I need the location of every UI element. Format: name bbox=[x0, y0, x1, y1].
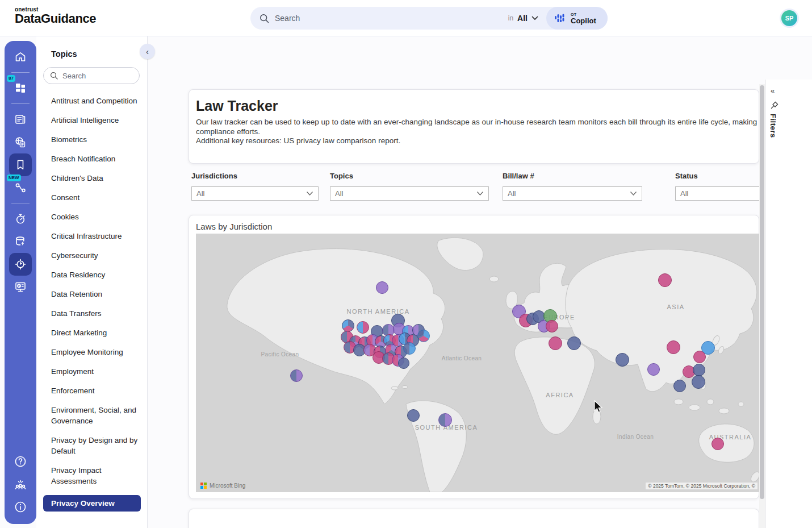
nav-help-icon[interactable] bbox=[9, 450, 32, 473]
map-data-point[interactable] bbox=[693, 351, 706, 363]
topic-item-cookies[interactable]: Cookies bbox=[43, 211, 141, 222]
topic-item-privacy-by-design-and-by-default[interactable]: Privacy by Design and by Default bbox=[43, 435, 141, 456]
topics-panel-title: Topics bbox=[51, 49, 77, 59]
slicer-value: All bbox=[508, 189, 516, 198]
search-scope-dropdown[interactable]: in All bbox=[508, 14, 538, 23]
map-data-point[interactable] bbox=[407, 409, 420, 422]
rail-bottom-group bbox=[5, 450, 36, 518]
slicer-label: Bill/law # bbox=[503, 172, 642, 180]
topic-item-enforcement[interactable]: Enforcement bbox=[43, 385, 141, 396]
collapse-panel-button[interactable]: ‹ bbox=[140, 44, 155, 59]
map-data-point[interactable] bbox=[376, 281, 388, 294]
chevron-left-icon: ‹ bbox=[146, 47, 149, 56]
topic-item-data-residency[interactable]: Data Residency bbox=[43, 269, 141, 280]
slicer-dropdown[interactable]: All bbox=[330, 186, 489, 201]
topic-item-direct-marketing[interactable]: Direct Marketing bbox=[43, 327, 141, 338]
map-data-point[interactable] bbox=[673, 380, 686, 392]
chevron-down-icon bbox=[476, 191, 484, 196]
map-data-point[interactable] bbox=[290, 369, 303, 382]
slicer-value: All bbox=[196, 189, 204, 198]
map-data-point[interactable] bbox=[438, 413, 452, 427]
slicer-label: Topics bbox=[330, 172, 489, 180]
topic-item-biometrics[interactable]: Biometrics bbox=[43, 134, 141, 145]
topic-item-cybersecurity[interactable]: Cybersecurity bbox=[43, 250, 141, 261]
slicer-dropdown[interactable]: All bbox=[675, 186, 759, 201]
map-data-point[interactable] bbox=[342, 319, 354, 332]
topic-item-antitrust-and-competition[interactable]: Antitrust and Competition bbox=[43, 95, 141, 106]
law-tracker-description-line2: compliance efforts. bbox=[196, 127, 759, 137]
chevron-down-icon bbox=[630, 191, 637, 196]
global-search-bar[interactable]: in All OT bbox=[250, 7, 608, 30]
brand-logo[interactable]: onetrust DataGuidance bbox=[15, 6, 96, 26]
chevron-down-icon bbox=[306, 191, 313, 196]
map-data-point[interactable] bbox=[692, 375, 705, 389]
topic-item-children-s-data[interactable]: Children's Data bbox=[43, 173, 141, 184]
topic-item-employee-monitoring[interactable]: Employee Monitoring bbox=[43, 347, 141, 357]
expand-filters-icon[interactable]: « bbox=[771, 86, 775, 95]
map-data-point[interactable] bbox=[711, 438, 724, 450]
nav-monitor-report-icon[interactable] bbox=[9, 276, 32, 298]
nav-route-icon[interactable]: NEW bbox=[9, 176, 32, 199]
map-data-point[interactable] bbox=[357, 321, 369, 334]
map-data-point[interactable] bbox=[417, 330, 430, 342]
nav-news-icon[interactable] bbox=[9, 108, 32, 131]
topic-item-privacy-overview[interactable]: Privacy Overview bbox=[43, 495, 141, 512]
filters-pane: « Filters bbox=[765, 80, 812, 528]
copilot-button[interactable]: OT Copilot bbox=[546, 7, 608, 30]
nav-bookmark-icon[interactable] bbox=[9, 153, 32, 176]
topic-item-data-retention[interactable]: Data Retention bbox=[43, 289, 141, 300]
copilot-label: Copilot bbox=[571, 17, 596, 24]
user-avatar[interactable]: SP bbox=[781, 10, 797, 26]
nav-globe-doc-icon[interactable] bbox=[9, 131, 32, 153]
topic-item-data-transfers[interactable]: Data Transfers bbox=[43, 308, 141, 319]
topic-item-breach-notification[interactable]: Breach Notification bbox=[43, 153, 141, 164]
search-input[interactable] bbox=[275, 14, 508, 23]
law-tracker-description-line3: Additional key resources: US privacy law… bbox=[196, 136, 759, 146]
rail-divider bbox=[11, 203, 30, 203]
topic-item-employment[interactable]: Employment bbox=[43, 366, 141, 377]
map-data-point[interactable] bbox=[667, 340, 680, 354]
slicer-jurisdictions: JurisdictionsAll bbox=[191, 172, 319, 201]
nav-info-icon[interactable] bbox=[9, 496, 32, 518]
scrollbar-thumb[interactable] bbox=[760, 85, 764, 499]
topics-list: Antitrust and CompetitionArtificial Inte… bbox=[43, 95, 141, 520]
copilot-ot-label: OT bbox=[571, 13, 596, 16]
topic-item-environment-social-and-governance[interactable]: Environment, Social, and Governance bbox=[43, 405, 141, 426]
topic-item-critical-infrastructure[interactable]: Critical Infrastructure bbox=[43, 231, 141, 242]
slicer-value: All bbox=[680, 189, 688, 198]
brand-logo-main: DataGuidance bbox=[15, 11, 96, 26]
map-data-point[interactable] bbox=[403, 342, 416, 355]
world-map[interactable]: Microsoft Bing © 2025 TomTom, © 2025 Mic… bbox=[196, 234, 760, 492]
pin-icon[interactable] bbox=[771, 101, 778, 109]
map-data-point[interactable] bbox=[658, 273, 672, 287]
world-map-base bbox=[196, 234, 760, 492]
slicer-label: Status bbox=[675, 172, 759, 180]
map-data-point[interactable] bbox=[398, 357, 409, 369]
topic-item-privacy-impact-assessments[interactable]: Privacy Impact Assessments bbox=[43, 465, 141, 487]
map-data-point[interactable] bbox=[549, 336, 562, 350]
map-data-point[interactable] bbox=[567, 336, 581, 350]
map-data-point[interactable] bbox=[616, 353, 629, 367]
topics-search[interactable] bbox=[43, 67, 140, 84]
nav-home-icon[interactable] bbox=[9, 45, 32, 68]
slicer-dropdown[interactable]: All bbox=[191, 186, 319, 201]
nav-stopwatch-icon[interactable] bbox=[9, 207, 32, 230]
rail-divider bbox=[11, 103, 30, 104]
map-data-point[interactable] bbox=[693, 364, 705, 376]
filters-pane-title[interactable]: Filters bbox=[769, 114, 777, 138]
nav-target-clock-icon[interactable] bbox=[9, 253, 32, 276]
slicer-label: Jurisdictions bbox=[191, 172, 319, 180]
vertical-scrollbar[interactable] bbox=[759, 84, 765, 528]
nav-community-icon[interactable] bbox=[9, 473, 32, 496]
slicer-status: StatusAll bbox=[675, 172, 759, 201]
nav-database-icon[interactable] bbox=[9, 230, 32, 253]
topic-item-consent[interactable]: Consent bbox=[43, 192, 141, 203]
map-attribution-copyright[interactable]: © 2025 TomTom, © 2025 Microsoft Corporat… bbox=[646, 483, 757, 489]
map-data-point[interactable] bbox=[647, 363, 660, 376]
topics-search-input[interactable] bbox=[62, 72, 131, 80]
topic-item-artificial-intelligence[interactable]: Artificial Intelligence bbox=[43, 115, 141, 126]
nav-dashboard-icon[interactable]: 87 bbox=[9, 77, 32, 99]
search-scope-in-label: in bbox=[508, 14, 513, 22]
slicer-dropdown[interactable]: All bbox=[503, 186, 642, 201]
map-data-point[interactable] bbox=[546, 320, 558, 332]
